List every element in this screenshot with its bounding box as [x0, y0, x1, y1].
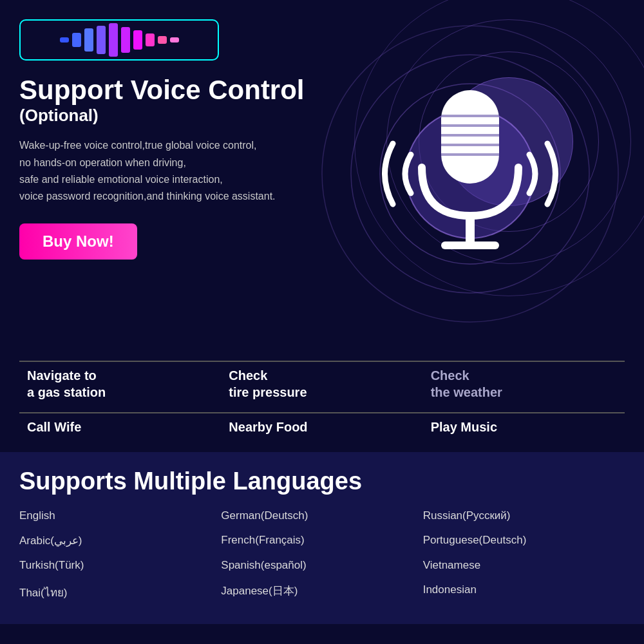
waveform-bar-8	[158, 36, 167, 44]
language-item-11: Indonesian	[423, 580, 625, 605]
waveform-bar-2	[84, 28, 93, 52]
language-item-2: Russian(Русский)	[423, 506, 625, 526]
feature-navigate: Navigate toa gas station	[19, 361, 221, 412]
feature-weather-label: Checkthe weather	[431, 367, 617, 401]
language-item-7: Spanish(español)	[221, 555, 422, 576]
feature-music-label: Play Music	[431, 419, 617, 435]
language-item-1: German(Deutsch)	[221, 506, 422, 526]
feature-navigate-label: Navigate toa gas station	[27, 367, 213, 401]
waveform-bar-3	[97, 26, 106, 54]
svg-rect-7	[441, 134, 499, 137]
feature-grid: Navigate toa gas station Checktire press…	[0, 361, 644, 447]
language-item-10: Japanese(日本)	[221, 580, 422, 605]
waveform-bar-0	[60, 37, 69, 43]
languages-section: Supports Multiple Languages EnglishGerma…	[0, 452, 644, 624]
feature-food: Nearby Food	[221, 412, 422, 447]
waveform-display	[19, 19, 219, 61]
language-item-9: Thai(ไทย)	[19, 580, 221, 605]
feature-tire: Checktire pressure	[221, 361, 422, 412]
waveform-bar-1	[72, 33, 81, 47]
waveform-bar-4	[109, 23, 118, 57]
waveform-bar-7	[146, 33, 155, 46]
language-item-6: Turkish(Türk)	[19, 555, 221, 576]
feature-call-label: Call Wife	[27, 419, 213, 435]
feature-music: Play Music	[423, 412, 625, 447]
svg-rect-10	[466, 216, 475, 243]
feature-call: Call Wife	[19, 412, 221, 447]
languages-title: Supports Multiple Languages	[19, 468, 625, 495]
feature-weather: Checkthe weather	[423, 361, 625, 412]
waveform-bar-9	[170, 37, 179, 43]
description-text: Wake-up-free voice control,true global v…	[19, 137, 431, 205]
waveform-bar-5	[121, 27, 130, 53]
languages-grid: EnglishGerman(Deutsch)Russian(Русский)Ar…	[19, 506, 625, 605]
svg-rect-8	[441, 144, 499, 146]
language-item-3: Arabic(عربي)	[19, 530, 221, 551]
svg-rect-11	[441, 242, 499, 249]
language-item-0: English	[19, 506, 221, 526]
feature-tire-label: Checktire pressure	[229, 367, 415, 401]
language-item-4: French(Français)	[221, 530, 422, 551]
main-heading: Support Voice Control	[19, 75, 625, 106]
language-item-8: Vietnamese	[423, 555, 625, 576]
svg-rect-9	[441, 153, 499, 156]
top-section: Support Voice Control (Optional) Wake-up…	[0, 0, 644, 361]
language-item-5: Portuguese(Deutsch)	[423, 530, 625, 551]
buy-now-button[interactable]: Buy Now!	[19, 223, 137, 260]
feature-food-label: Nearby Food	[229, 419, 415, 435]
sub-heading: (Optional)	[19, 106, 625, 126]
waveform-bar-6	[133, 30, 142, 50]
